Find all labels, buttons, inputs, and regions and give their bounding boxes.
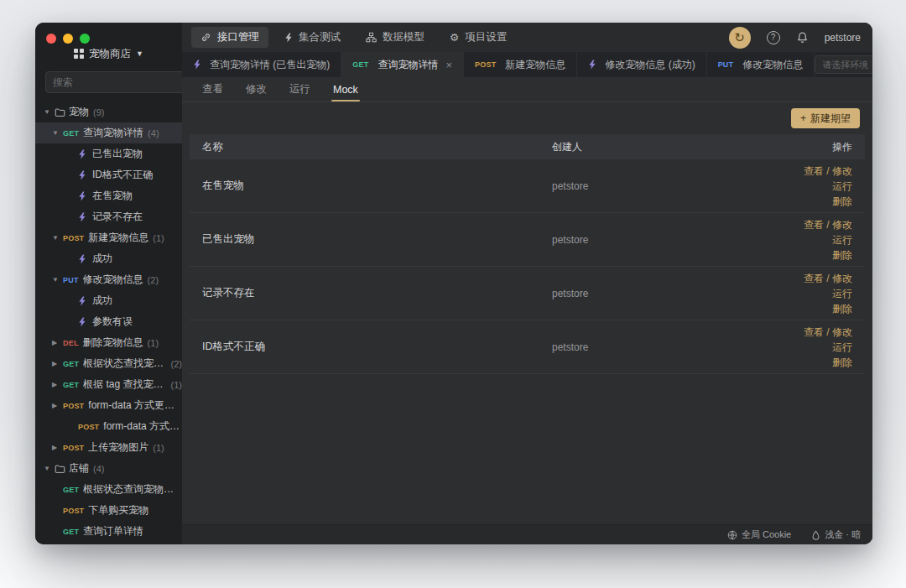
expand-arrow-icon[interactable]: ▶: [52, 444, 63, 451]
nav-item-label: 接口管理: [217, 30, 259, 44]
run-link[interactable]: 运行: [832, 179, 852, 194]
method-tag: POST: [475, 60, 496, 69]
environment-zone: 请选择环境 ∨ ⚙: [815, 52, 872, 77]
minimize-window-button[interactable]: [63, 34, 73, 44]
expand-arrow-icon[interactable]: ▶: [52, 360, 63, 367]
tab-查询宠物详情 (已售出宠物)[interactable]: 查询宠物详情 (已售出宠物): [182, 52, 341, 77]
tree-item[interactable]: POSTform-data 方式更新宠物信息: [35, 416, 182, 437]
help-button[interactable]: ?: [767, 31, 780, 44]
row-creator: petstore: [552, 341, 743, 353]
column-header-name: 名称: [202, 140, 552, 154]
table-header: 名称 创建人 操作: [190, 134, 865, 159]
tab-修改宠物信息 (成功)[interactable]: 修改宠物信息 (成功): [577, 52, 706, 77]
subtab-修改[interactable]: 修改: [246, 77, 267, 101]
tab-修改宠物信息[interactable]: PUT修改宠物信息: [707, 52, 815, 77]
delete-link[interactable]: 删除: [832, 355, 852, 370]
tree-item-label: 根据状态查询宠物库存数: [83, 482, 182, 497]
nav-item-model[interactable]: 数据模型: [357, 27, 434, 48]
row-actions: 查看 / 修改运行删除: [743, 164, 852, 209]
tree-item[interactable]: ▶GET根据 tag 查找宠物列表(1): [35, 374, 182, 395]
tree-item-count: (1): [148, 338, 159, 348]
tree-item[interactable]: ▼店铺(4): [35, 458, 182, 479]
method-tag: GET: [63, 381, 79, 389]
subtab-运行[interactable]: 运行: [289, 77, 310, 101]
delete-link[interactable]: 删除: [832, 247, 852, 263]
tab-label: 查询宠物详情 (已售出宠物): [210, 58, 330, 72]
close-window-button[interactable]: [46, 34, 56, 44]
tree-item[interactable]: ▼POST新建宠物信息(1): [35, 227, 182, 248]
tree-item[interactable]: ▼宠物(9): [35, 101, 182, 122]
expand-arrow-icon[interactable]: ▶: [52, 402, 63, 409]
tree-item[interactable]: ▶POSTform-data 方式更新宠物信息: [35, 395, 182, 416]
tree-item[interactable]: ▶GET根据状态查找宠物列表(2): [35, 353, 182, 374]
environment-select[interactable]: 请选择环境 ∨: [815, 55, 872, 74]
tree-item[interactable]: 成功: [35, 248, 182, 269]
search-input[interactable]: [45, 71, 182, 93]
user-menu[interactable]: petstore: [825, 32, 861, 44]
expand-arrow-icon[interactable]: ▼: [44, 108, 55, 116]
run-link[interactable]: 运行: [832, 232, 852, 247]
tree-item[interactable]: 成功: [35, 290, 182, 311]
tree-item[interactable]: GET查询订单详情: [35, 521, 182, 542]
tab-bar: 查询宠物详情 (已售出宠物)GET查询宠物详情×POST新建宠物信息修改宠物信息…: [182, 52, 872, 77]
project-switcher[interactable]: 宠物商店 ▼: [35, 44, 182, 64]
tree-item[interactable]: DEL删除订单: [35, 542, 182, 544]
notifications-button[interactable]: [796, 31, 809, 44]
tree-item-label: 根据状态查找宠物列表: [83, 356, 166, 371]
sync-button[interactable]: ↻: [729, 27, 751, 49]
tree-item-label: 上传宠物图片: [88, 440, 148, 455]
close-icon[interactable]: ×: [445, 59, 452, 71]
lightning-icon: [284, 33, 293, 43]
run-link[interactable]: 运行: [832, 286, 852, 301]
nav-item-lightning[interactable]: 集合测试: [275, 27, 350, 48]
folder-icon: [55, 464, 69, 474]
tree-item[interactable]: 已售出宠物: [35, 143, 182, 164]
new-expectation-button[interactable]: + 新建期望: [791, 108, 860, 128]
tree-item[interactable]: ▶POST上传宠物图片(1): [35, 437, 182, 458]
lightning-icon: [193, 60, 205, 70]
tab-查询宠物详情[interactable]: GET查询宠物详情×: [341, 52, 464, 77]
tree-item[interactable]: 记录不存在: [35, 206, 182, 227]
tree-item[interactable]: ID格式不正确: [35, 164, 182, 185]
subtab-查看[interactable]: 查看: [202, 77, 223, 101]
tab-新建宠物信息[interactable]: POST新建宠物信息: [464, 52, 577, 77]
nav-item-link[interactable]: 接口管理: [191, 27, 268, 48]
method-tag: GET: [352, 60, 368, 69]
tree-item[interactable]: GET根据状态查询宠物库存数: [35, 479, 182, 500]
view-edit-link[interactable]: 查看 / 修改: [804, 217, 852, 232]
expand-arrow-icon[interactable]: ▶: [52, 339, 63, 346]
tree-item[interactable]: ▼PUT修改宠物信息(2): [35, 269, 182, 290]
method-tag: PUT: [718, 60, 734, 69]
tree-item-label: form-data 方式更新宠物信息: [103, 419, 182, 434]
expand-arrow-icon[interactable]: ▼: [52, 234, 63, 242]
expand-arrow-icon[interactable]: ▶: [52, 381, 63, 388]
expand-arrow-icon[interactable]: ▼: [52, 276, 63, 284]
global-cookie-button[interactable]: 全局 Cookie: [727, 528, 791, 541]
tree-item[interactable]: ▼GET查询宠物详情(4): [35, 122, 182, 143]
lightning-icon: [78, 170, 92, 180]
tree-item-label: 修改宠物信息: [83, 273, 143, 287]
endpoint-subtabs: 查看修改运行Mock: [182, 77, 872, 102]
run-link[interactable]: 运行: [832, 340, 852, 355]
delete-link[interactable]: 删除: [832, 301, 852, 316]
view-edit-link[interactable]: 查看 / 修改: [804, 271, 852, 286]
tree-item-label: 新建宠物信息: [88, 231, 148, 245]
nav-item-gear[interactable]: ⚙项目设置: [440, 27, 516, 48]
view-edit-link[interactable]: 查看 / 修改: [804, 164, 852, 179]
theme-switcher[interactable]: 浅金 · 暗: [811, 528, 861, 541]
row-name: ID格式不正确: [202, 340, 552, 354]
zoom-window-button[interactable]: [80, 34, 90, 44]
tree-item[interactable]: 参数有误: [35, 311, 182, 332]
environment-placeholder: 请选择环境: [822, 59, 868, 71]
table-body: 在售宠物petstore查看 / 修改运行删除已售出宠物petstore查看 /…: [190, 159, 865, 374]
tree-item-label: 查询宠物详情: [83, 126, 143, 140]
subtab-Mock[interactable]: Mock: [333, 77, 358, 101]
expand-arrow-icon[interactable]: ▼: [44, 465, 55, 472]
tree-item[interactable]: ▶DEL删除宠物信息(1): [35, 332, 182, 353]
tree-item[interactable]: POST下单购买宠物: [35, 500, 182, 521]
view-edit-link[interactable]: 查看 / 修改: [804, 325, 852, 340]
plus-icon: +: [800, 112, 806, 124]
delete-link[interactable]: 删除: [832, 194, 852, 209]
expand-arrow-icon[interactable]: ▼: [52, 129, 63, 137]
tree-item[interactable]: 在售宠物: [35, 185, 182, 206]
